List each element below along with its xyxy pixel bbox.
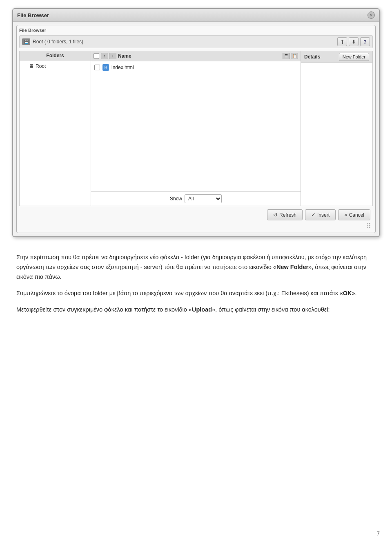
help-button[interactable]: ? — [360, 37, 370, 46]
paragraph-2-start: Συμπληρώνετε το όνομα του folder με βάση… — [16, 290, 343, 296]
files-name-header: Name — [118, 53, 281, 59]
folders-panel-header: Folders — [20, 51, 91, 61]
paragraph-3-start: Μεταφερθείτε στον συγκεκριμένο φάκελο κα… — [16, 306, 192, 313]
download-button[interactable]: ⬇ — [349, 37, 359, 46]
paragraph-2-bold: OK — [343, 290, 352, 296]
details-panel-header: Details New Folder — [301, 51, 372, 63]
action-row: ↺ Refresh ✓ Insert × Cancel — [19, 206, 373, 222]
toolbar-row: 💾 Root ( 0 folders, 1 files) ⬆ ⬇ ? — [19, 35, 373, 48]
root-folder-label: Root — [36, 63, 46, 69]
file-browser-dialog: File Browser × File Browser 💾 Root ( 0 f… — [12, 8, 380, 237]
paragraph-1: Στην περίπτωση που θα πρέπει να δημιουργ… — [16, 253, 376, 282]
sort-desc-button[interactable]: ↓ — [109, 53, 116, 59]
group-box-label: File Browser — [19, 28, 373, 33]
file-type-icon: H — [102, 64, 109, 71]
group-box: File Browser 💾 Root ( 0 folders, 1 files… — [16, 25, 376, 233]
refresh-icon: ↺ — [273, 212, 278, 218]
tree-item-root[interactable]: − 🖥 Root — [21, 62, 89, 70]
insert-button[interactable]: ✓ Insert — [305, 209, 336, 220]
files-panel: ↑ ↓ Name ☰ 📋 H — [91, 51, 301, 206]
view-icons: ☰ 📋 — [283, 53, 298, 59]
refresh-label: Refresh — [279, 212, 296, 218]
details-content — [301, 63, 372, 206]
dialog-titlebar: File Browser × — [13, 9, 379, 22]
paragraph-2: Συμπληρώνετε το όνομα του folder με βάση… — [16, 289, 376, 298]
file-checkbox[interactable] — [94, 65, 100, 70]
toolbar-right-icons: ⬆ ⬇ ? — [337, 37, 370, 46]
refresh-button[interactable]: ↺ Refresh — [267, 209, 303, 220]
paragraph-3-bold: Upload — [192, 306, 212, 313]
select-all-checkbox[interactable] — [94, 53, 99, 59]
show-label: Show — [170, 196, 182, 202]
folders-panel-content: − 🖥 Root — [20, 61, 91, 206]
details-label: Details — [304, 54, 320, 60]
resize-handle[interactable]: ⠿ — [19, 222, 373, 230]
paragraph-3: Μεταφερθείτε στον συγκεκριμένο φάκελο κα… — [16, 305, 376, 315]
insert-icon: ✓ — [311, 212, 316, 218]
show-select[interactable]: All Images Documents — [185, 194, 222, 203]
path-text: Root ( 0 folders, 1 files) — [33, 39, 335, 45]
file-name: index.html — [111, 65, 134, 70]
detail-view-button[interactable]: 📋 — [291, 53, 298, 59]
cancel-label: Cancel — [349, 212, 364, 218]
root-folder-icon: 🖥 — [29, 63, 34, 69]
files-content: H index.html — [91, 61, 301, 191]
dialog-body: File Browser 💾 Root ( 0 folders, 1 files… — [13, 22, 379, 236]
cancel-icon: × — [344, 212, 347, 218]
content-area: Folders − 🖥 Root — [19, 51, 373, 206]
dialog-wrapper: File Browser × File Browser 💾 Root ( 0 f… — [8, 8, 384, 237]
sort-icons: ↑ ↓ — [101, 53, 116, 59]
paragraph-1-bold: New Folder — [276, 264, 308, 270]
drive-icon: 💾 — [22, 38, 30, 45]
upload-button[interactable]: ⬆ — [337, 37, 347, 46]
body-text: Στην περίπτωση που θα πρέπει να δημιουργ… — [8, 249, 384, 330]
details-panel: Details New Folder — [301, 51, 372, 206]
insert-label: Insert — [317, 212, 330, 218]
dialog-title: File Browser — [17, 12, 49, 18]
tree-expand-icon: − — [23, 64, 27, 68]
sort-asc-button[interactable]: ↑ — [101, 53, 108, 59]
new-folder-button[interactable]: New Folder — [339, 53, 369, 61]
files-panel-header: ↑ ↓ Name ☰ 📋 — [91, 51, 301, 61]
paragraph-2-end: ». — [352, 290, 356, 296]
folders-panel: Folders − 🖥 Root — [20, 51, 91, 206]
paragraph-3-end: », όπως φαίνεται στην εικόνα που ακολουθ… — [212, 306, 330, 313]
close-button[interactable]: × — [368, 11, 375, 19]
page-number: 7 — [376, 530, 380, 537]
list-item[interactable]: H index.html — [93, 63, 299, 72]
list-view-button[interactable]: ☰ — [283, 53, 290, 59]
cancel-button[interactable]: × Cancel — [338, 209, 370, 220]
show-row: Show All Images Documents — [91, 191, 301, 206]
